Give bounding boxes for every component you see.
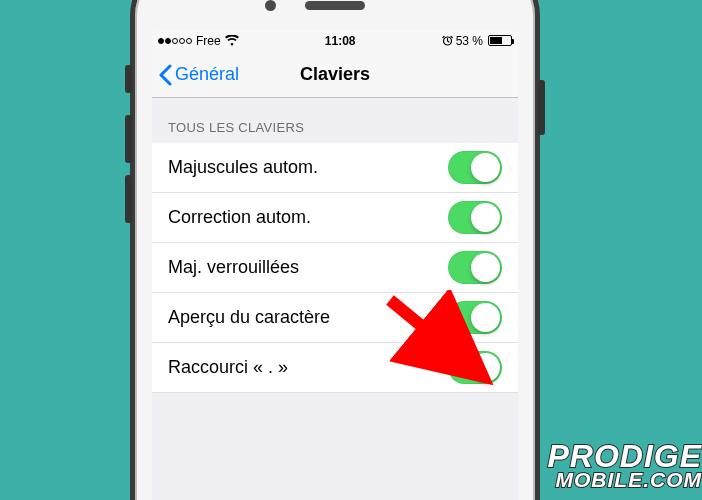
phone-frame: Free 11:08 53 % Général Claviers TOUS LE xyxy=(130,0,540,500)
row-maj-verrouillees[interactable]: Maj. verrouillées xyxy=(152,243,518,293)
alarm-icon xyxy=(442,35,453,46)
status-bar: Free 11:08 53 % xyxy=(152,30,518,52)
page-title: Claviers xyxy=(300,64,370,85)
row-apercu-caractere[interactable]: Aperçu du caractère xyxy=(152,293,518,343)
toggle-switch[interactable] xyxy=(448,301,502,334)
signal-dots xyxy=(158,38,192,44)
row-label: Aperçu du caractère xyxy=(168,307,448,328)
front-camera xyxy=(265,0,276,11)
mute-switch xyxy=(125,65,132,93)
battery-label: 53 % xyxy=(456,34,483,48)
status-time: 11:08 xyxy=(239,34,442,48)
row-label: Correction autom. xyxy=(168,207,448,228)
chevron-left-icon xyxy=(158,64,172,86)
watermark-line2: MOBILE.COM xyxy=(547,471,702,490)
watermark-line1: PRODIGE xyxy=(547,442,702,471)
row-label: Majuscules autom. xyxy=(168,157,448,178)
toggle-switch[interactable] xyxy=(448,151,502,184)
battery-icon xyxy=(488,35,512,46)
row-raccourci[interactable]: Raccourci « . » xyxy=(152,343,518,393)
wifi-icon xyxy=(225,35,239,46)
toggle-switch[interactable] xyxy=(448,201,502,234)
row-label: Maj. verrouillées xyxy=(168,257,448,278)
nav-bar: Général Claviers xyxy=(152,52,518,98)
power-button xyxy=(538,80,545,135)
toggle-switch[interactable] xyxy=(448,251,502,284)
toggle-switch[interactable] xyxy=(448,351,502,384)
section-header: TOUS LES CLAVIERS xyxy=(152,98,518,143)
earpiece xyxy=(305,1,365,10)
watermark: PRODIGE MOBILE.COM xyxy=(547,442,702,490)
screen: Free 11:08 53 % Général Claviers TOUS LE xyxy=(152,30,518,500)
carrier-label: Free xyxy=(196,34,221,48)
volume-up-button xyxy=(125,115,132,163)
row-majuscules-autom[interactable]: Majuscules autom. xyxy=(152,143,518,193)
row-correction-autom[interactable]: Correction autom. xyxy=(152,193,518,243)
back-label: Général xyxy=(175,64,239,85)
back-button[interactable]: Général xyxy=(158,52,239,97)
volume-down-button xyxy=(125,175,132,223)
row-label: Raccourci « . » xyxy=(168,357,448,378)
